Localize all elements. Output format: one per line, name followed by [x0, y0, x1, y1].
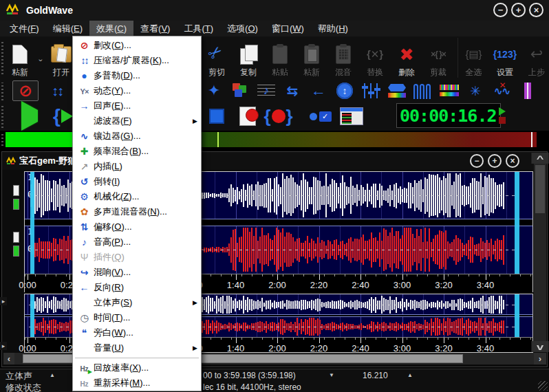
compress-expand-button[interactable]: ↕↕ — [44, 81, 70, 100]
scrollbar-thumb[interactable] — [535, 165, 545, 213]
selection-end-marker[interactable] — [515, 294, 519, 337]
wave-delete-icon: ∿∿✕ — [494, 85, 510, 98]
wave-delete-button[interactable]: ∿∿✕ — [488, 81, 515, 100]
finish-check-button[interactable]: ✓ — [305, 103, 336, 129]
doppler-star-button[interactable]: ✦ — [201, 81, 227, 100]
toolbar-grip[interactable] — [1, 133, 3, 146]
titlebar-maximize-button[interactable]: + — [511, 3, 526, 17]
pitch-staff-button[interactable]: ♪ — [253, 81, 279, 100]
copy-button[interactable]: 复制 — [233, 38, 264, 78]
play-button[interactable] — [14, 103, 45, 129]
menu-item-flanger[interactable]: ∿镶边器(G)... — [73, 129, 201, 144]
channel-right-indicator[interactable] — [13, 232, 19, 243]
menu-item-frequency-blend[interactable]: ✚频率混合(B)... — [73, 144, 201, 159]
titlebar-minimize-button[interactable]: − — [493, 3, 508, 17]
spark-button[interactable]: ✳ — [462, 81, 488, 100]
document-close-button[interactable]: × — [506, 154, 519, 168]
scroll-right-icon[interactable]: › — [534, 353, 546, 364]
menu-window[interactable]: 窗口(W) — [265, 21, 311, 36]
document-maximize-button[interactable]: + — [488, 154, 502, 168]
menu-item-label: 动态(Y)... — [94, 85, 197, 97]
titlebar-close-button[interactable]: × — [529, 3, 543, 17]
stop-button[interactable] — [201, 103, 232, 129]
set-button[interactable]: {123}设置 — [489, 38, 521, 78]
scroll-up-icon[interactable]: ^ — [531, 153, 548, 164]
menu-edit[interactable]: 编辑(E) — [46, 21, 89, 36]
swap-arrows-button[interactable]: ⇆ — [279, 81, 305, 100]
selection-range-status[interactable]: 00 to 3:59.198 (3:59.198) — [203, 371, 296, 380]
menu-item-interpolate[interactable]: ↗内插(L) — [73, 159, 201, 174]
toolbar-grip[interactable] — [1, 105, 3, 128]
menu-help[interactable]: 帮助(H) — [311, 21, 355, 36]
menu-item-compressor-expander[interactable]: ↕↕压缩器/扩展器(K)... — [73, 53, 201, 68]
resize-grip[interactable] — [538, 381, 548, 391]
menu-item-stereo[interactable]: 立体声(S)▶ — [73, 295, 201, 310]
new-button[interactable]: 粘新 — [4, 38, 36, 78]
triangle-up-icon: ▲ — [50, 372, 55, 378]
reverse-arrow-button[interactable]: ← — [305, 81, 332, 100]
channel-right-active-indicator[interactable] — [13, 246, 19, 257]
selection-start-marker[interactable] — [30, 172, 34, 274]
menu-item-delete-modify[interactable]: ⊘删改(C)... — [73, 38, 201, 53]
pitch-staff-icon: ♪ — [257, 84, 275, 98]
menu-file[interactable]: 文件(F) — [3, 21, 46, 36]
menu-item-doppler[interactable]: ●多普勒(D)... — [73, 68, 201, 83]
zoom-value-status[interactable]: 16.210 — [363, 371, 388, 380]
compressor-icon: ↕↕ — [75, 56, 94, 65]
delete-button[interactable]: ✖删除 — [391, 38, 422, 78]
spectrum-filter-button[interactable] — [384, 81, 410, 100]
pipes-button[interactable] — [410, 81, 436, 100]
control-properties-button[interactable] — [336, 103, 367, 129]
menu-item-label: 立体声(S) — [94, 296, 193, 309]
new-dropdown-button[interactable]: ˇ — [36, 38, 45, 78]
doppler-star-icon: ✦ — [208, 82, 220, 100]
menu-effect[interactable]: 效果(C) — [89, 21, 133, 36]
menu-item-channel-mixer[interactable]: ✿多声道混音器(N)... — [73, 204, 201, 219]
menu-item-pitch[interactable]: ♪音高(P)... — [73, 235, 201, 250]
selection-start-marker[interactable] — [30, 294, 34, 337]
media-mixer-button[interactable] — [227, 81, 253, 100]
scroll-left-icon[interactable]: ‹ — [3, 353, 14, 364]
submenu-arrow-icon: ▶ — [193, 299, 197, 306]
edge-scroll-icon[interactable]: ▸ — [0, 297, 7, 305]
channel-left-active-indicator[interactable] — [13, 199, 19, 210]
menu-item-resample[interactable]: Hz重新采样(M)... — [73, 375, 201, 391]
edge-scroll-icon[interactable]: ▸ — [0, 342, 7, 350]
menu-item-playback-rate[interactable]: Hz▶回放速率(X)... — [73, 360, 201, 375]
channel-left-indicator[interactable] — [13, 185, 19, 196]
menu-item-dynamics[interactable]: Y×动态(Y)... — [73, 83, 201, 98]
toolbar-grip[interactable] — [1, 83, 3, 100]
toolbar-grip[interactable] — [1, 40, 3, 74]
menu-item-mechanize[interactable]: ⚙机械化(Z)... — [73, 189, 201, 204]
menu-tool[interactable]: 工具(T) — [177, 21, 220, 36]
menu-options[interactable]: 选项(O) — [220, 21, 265, 36]
spectrum-noise-button[interactable] — [436, 81, 462, 100]
channel-mode-status[interactable]: 立体声 — [6, 370, 32, 382]
menu-item-label: 删改(C)... — [94, 39, 197, 52]
menu-item-echo[interactable]: →回声(E)... — [73, 98, 201, 113]
selection-end-marker[interactable] — [515, 172, 519, 274]
equalizer-button[interactable] — [358, 81, 384, 100]
vertical-scrollbar[interactable]: ^ v — [534, 153, 546, 352]
toolbar-label: 替换 — [367, 68, 383, 76]
clipped-tool-button[interactable] — [515, 81, 541, 100]
menu-item-voice-over[interactable]: ❝旁白(W)... — [73, 325, 201, 340]
menu-item-volume[interactable]: 音量(U)▶ — [73, 340, 201, 356]
trim-icon: ×{ }× — [431, 43, 446, 66]
menu-item-reverse[interactable]: ←反向(R) — [73, 280, 201, 295]
menu-item-filter[interactable]: 滤波器(F)▶ — [73, 113, 201, 129]
menu-view[interactable]: 查看(V) — [133, 21, 177, 36]
menu-item-invert[interactable]: ↺倒转(I) — [73, 174, 201, 189]
menu-item-offset[interactable]: ⇅偏移(O)... — [73, 219, 201, 235]
scroll-down-icon[interactable]: v — [531, 341, 548, 352]
goldwave-window: GoldWave −+× 文件(F)编辑(E)效果(C)查看(V)工具(T)选项… — [0, 0, 549, 392]
document-minimize-button[interactable]: − — [470, 154, 484, 168]
record-selection-button[interactable]: {} — [263, 103, 294, 129]
cut-button[interactable]: ✂剪切 — [201, 38, 233, 78]
prohibit-icon: ⊘ — [75, 41, 94, 50]
record-new-button[interactable] — [232, 103, 263, 129]
menu-item-reverb[interactable]: ↪混响(V)... — [73, 265, 201, 280]
menu-item-time[interactable]: ◷时间(T)... — [73, 310, 201, 325]
prohibit-button[interactable]: ⊘ — [12, 81, 39, 100]
offset-circle-button[interactable]: ↕ — [332, 81, 358, 100]
